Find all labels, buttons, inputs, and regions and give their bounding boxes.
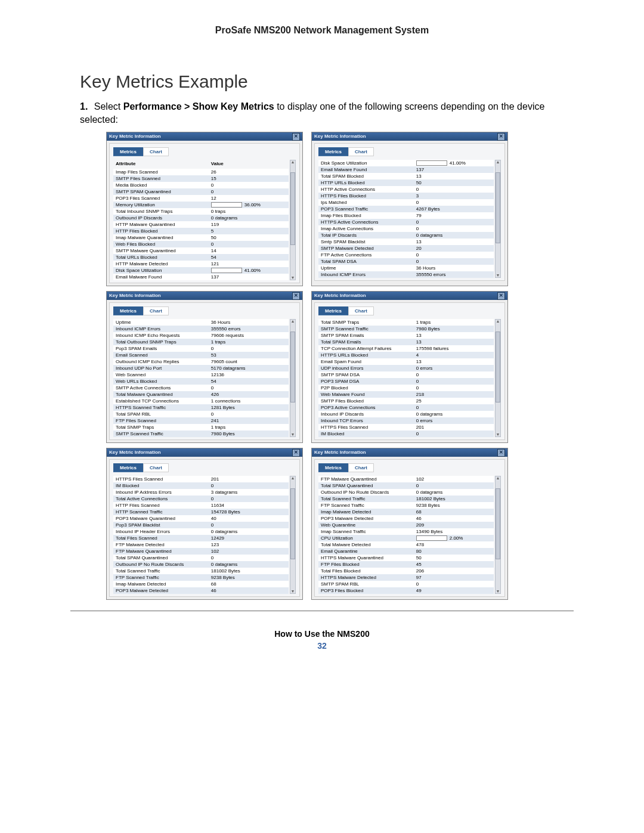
scrollbar[interactable]: ▲▼ — [290, 160, 296, 280]
scrollbar[interactable]: ▲▼ — [290, 476, 296, 594]
table-row[interactable]: Ips Matched0 — [318, 199, 494, 206]
tab-chart[interactable]: Chart — [143, 463, 169, 472]
col-attribute[interactable]: Attribute — [113, 160, 209, 169]
table-row[interactable]: Outbound IP No Route Discards0 datagrams — [318, 489, 494, 496]
table-row[interactable]: Total SNMP Traps1 traps — [113, 424, 289, 431]
table-row[interactable]: Total SPAM Quarantined0 — [113, 555, 289, 561]
table-row[interactable]: Inbound ICMP Echo Requests79606 requests — [113, 332, 289, 339]
table-row[interactable]: Email Spam Found13 — [318, 358, 494, 365]
table-row[interactable]: SMTP SPAM Emails13 — [318, 332, 494, 339]
table-row[interactable]: Imap Files Scanned26 — [113, 169, 289, 175]
table-row[interactable]: FTP Malware Quarantined102 — [318, 476, 494, 482]
table-row[interactable]: HTTP Active Connections0 — [318, 186, 494, 193]
table-row[interactable]: SMTP Active Connections0 — [113, 385, 289, 391]
table-row[interactable]: POP3 Files Blocked49 — [318, 587, 494, 594]
table-row[interactable]: SMTP Scanned Traffic7980 Bytes — [318, 326, 494, 332]
scroll-down-icon[interactable]: ▼ — [496, 433, 500, 436]
table-row[interactable]: POP3 Malware Detected46 — [318, 515, 494, 522]
table-row[interactable]: Total Inbound SNMP Traps0 traps — [113, 208, 289, 215]
table-row[interactable]: Imap Malware Detected68 — [318, 509, 494, 515]
scroll-up-icon[interactable]: ▲ — [290, 476, 295, 480]
table-row[interactable]: Inbound ICMP Errors355550 errors — [318, 271, 494, 278]
table-row[interactable]: Disk Space Utilization41.00% — [113, 267, 289, 274]
table-row[interactable]: Imap Malware Detected68 — [113, 581, 289, 587]
scroll-thumb[interactable] — [496, 332, 500, 403]
scroll-thumb[interactable] — [496, 172, 500, 244]
table-row[interactable]: Total SPAM Emails13 — [318, 339, 494, 345]
tab-chart[interactable]: Chart — [348, 463, 374, 472]
table-row[interactable]: SMTP Files Blocked25 — [318, 398, 494, 404]
table-row[interactable]: TCP Connection Attempt Failures175598 fa… — [318, 345, 494, 352]
table-row[interactable]: SMTP Malware Quarantined14 — [113, 247, 289, 254]
tab-chart[interactable]: Chart — [143, 147, 169, 156]
tab-chart[interactable]: Chart — [348, 306, 374, 315]
table-row[interactable]: SMTP Malware Detected20 — [318, 245, 494, 252]
table-row[interactable]: CPU Utilization2.00% — [318, 535, 494, 541]
table-row[interactable]: HTTPS Files Scanned201 — [113, 476, 289, 482]
table-row[interactable]: HTTPS Malware Detected97 — [318, 574, 494, 581]
table-row[interactable]: Total SNMP Traps1 traps — [318, 319, 494, 326]
table-row[interactable]: Total SPAM RBL0 — [113, 411, 289, 417]
scroll-thumb[interactable] — [290, 172, 295, 245]
table-row[interactable]: Smtp SPAM Blacklist13 — [318, 239, 494, 245]
table-row[interactable]: Imap Files Blocked79 — [318, 212, 494, 219]
tab-chart[interactable]: Chart — [348, 147, 374, 156]
table-row[interactable]: HTTPS Active Connections0 — [318, 219, 494, 225]
table-row[interactable]: POP3 Active Connections0 — [318, 404, 494, 411]
table-row[interactable]: HTTP Scanned Traffic154728 Bytes — [113, 509, 289, 515]
table-row[interactable]: HTTP Malware Detected121 — [113, 261, 289, 267]
table-row[interactable]: Total Scanned Traffic181002 Bytes — [318, 496, 494, 502]
table-row[interactable]: HTTPS Files Blocked3 — [318, 193, 494, 199]
table-row[interactable]: IM Blocked0 — [318, 431, 494, 437]
close-icon[interactable]: ✕ — [497, 133, 505, 141]
table-row[interactable]: Imap Scanned Traffic13490 Bytes — [318, 528, 494, 535]
table-row[interactable]: Email Scanned53 — [113, 352, 289, 358]
close-icon[interactable]: ✕ — [292, 133, 300, 141]
table-row[interactable]: Outbound ICMP Echo Replies79605 count — [113, 358, 289, 365]
table-row[interactable]: HTTPS URLs Blocked4 — [318, 352, 494, 358]
table-row[interactable]: SMTP SPAM Quarantined0 — [113, 188, 289, 195]
table-row[interactable]: UDP inbound Errors0 errors — [318, 365, 494, 371]
close-icon[interactable]: ✕ — [292, 449, 300, 457]
table-row[interactable]: Total Active Connections0 — [113, 496, 289, 502]
table-row[interactable]: Total Files Scanned12429 — [113, 535, 289, 541]
scroll-up-icon[interactable]: ▲ — [290, 160, 295, 164]
table-row[interactable]: FTP Scanned Traffic9238 Bytes — [113, 574, 289, 581]
table-row[interactable]: HTTPS Scanned Traffic1281 Bytes — [113, 404, 289, 411]
scrollbar[interactable]: ▲▼ — [495, 319, 501, 437]
table-row[interactable]: Inbound TCP Errors0 errors — [318, 417, 494, 424]
table-row[interactable]: POP3 Files Scanned12 — [113, 195, 289, 202]
table-row[interactable]: IM Blocked0 — [113, 482, 289, 489]
table-row[interactable]: Web URLs Blocked54 — [113, 378, 289, 385]
scroll-down-icon[interactable]: ▼ — [290, 590, 295, 593]
scroll-thumb[interactable] — [290, 488, 295, 560]
table-row[interactable]: Total SPAM Blocked13 — [318, 173, 494, 179]
scroll-down-icon[interactable]: ▼ — [290, 276, 295, 280]
scrollbar[interactable]: ▲▼ — [290, 319, 296, 437]
table-row[interactable]: POP3 SPAM DSA0 — [318, 378, 494, 385]
table-row[interactable]: Media Blocked0 — [113, 182, 289, 188]
table-row[interactable]: FTP Malware Detected123 — [113, 541, 289, 548]
table-row[interactable]: P2P Blocked0 — [318, 385, 494, 391]
table-row[interactable]: Web Quarantine209 — [318, 522, 494, 528]
table-row[interactable]: Outbound IP Discards0 datagrams — [113, 215, 289, 221]
tab-chart[interactable]: Chart — [143, 306, 169, 315]
scroll-down-icon[interactable]: ▼ — [290, 433, 295, 436]
table-row[interactable]: Memory Utilization36.00% — [113, 202, 289, 208]
table-row[interactable]: FTP Malware Quarantined102 — [113, 548, 289, 555]
close-icon[interactable]: ✕ — [497, 292, 505, 300]
scroll-thumb[interactable] — [290, 332, 295, 403]
table-row[interactable]: POP3 Malware Detected46 — [113, 587, 289, 594]
table-row[interactable]: Disk Space Utilization41.00% — [318, 160, 494, 166]
table-row[interactable]: Total Scanned Traffic181002 Bytes — [113, 568, 289, 574]
window-titlebar[interactable]: Key Metric Information✕ — [312, 132, 507, 141]
scroll-up-icon[interactable]: ▲ — [290, 320, 295, 323]
table-row[interactable]: Email Malware Found137 — [318, 166, 494, 173]
table-row[interactable]: Total URLs Blocked54 — [113, 254, 289, 261]
scroll-up-icon[interactable]: ▲ — [496, 476, 500, 480]
table-row[interactable]: Web Files Blocked0 — [113, 241, 289, 247]
window-titlebar[interactable]: Key Metric Information✕ — [107, 448, 302, 457]
table-row[interactable]: Web Malware Found218 — [318, 391, 494, 398]
window-titlebar[interactable]: Key Metric Information✕ — [107, 132, 302, 141]
table-row[interactable]: HTTP URLs Blocked50 — [318, 179, 494, 186]
